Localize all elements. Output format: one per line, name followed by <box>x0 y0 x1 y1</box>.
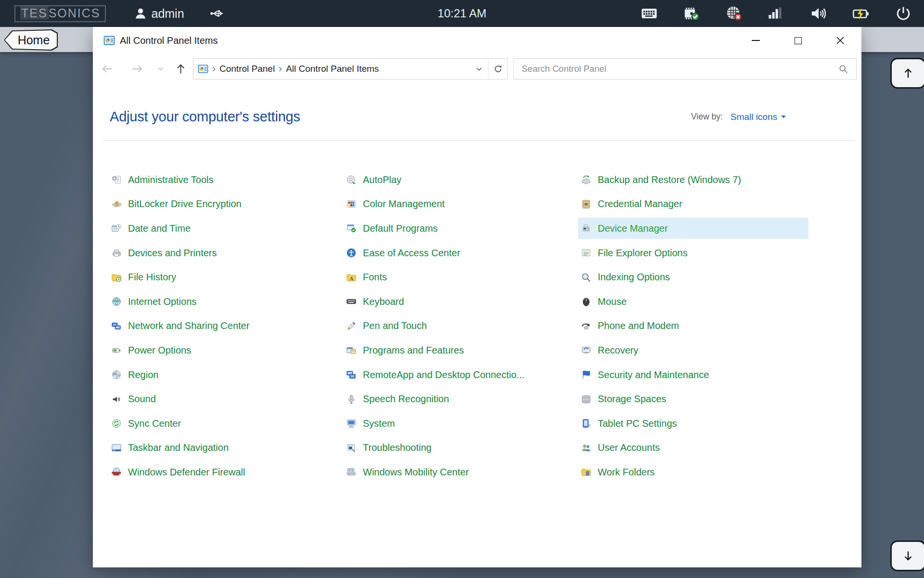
control-panel-item-bitlocker-drive-encryption[interactable]: BitLocker Drive Encryption <box>108 194 339 215</box>
globe-error-icon[interactable] <box>726 5 742 22</box>
search-input[interactable] <box>522 64 838 74</box>
control-panel-item-phone-and-modem[interactable]: Phone and Modem <box>578 315 808 337</box>
control-panel-item-default-programs[interactable]: Default Programs <box>343 218 574 239</box>
control-panel-item-power-options[interactable]: Power Options <box>108 340 339 361</box>
breadcrumb-chevron-icon[interactable] <box>211 66 217 72</box>
control-panel-item-label: BitLocker Drive Encryption <box>128 198 242 210</box>
control-panel-item-indexing-options[interactable]: Indexing Options <box>578 267 808 288</box>
control-panel-item-autoplay[interactable]: AutoPlay <box>343 169 574 190</box>
home-button[interactable]: Home <box>4 29 58 51</box>
control-panel-item-label: User Accounts <box>598 442 660 453</box>
fonts-icon: A <box>346 272 357 283</box>
address-bar[interactable]: Control Panel All Control Panel Items <box>193 58 508 79</box>
refresh-button[interactable] <box>488 59 507 79</box>
phone-modem-icon <box>581 321 591 331</box>
chevron-down-icon[interactable] <box>781 116 786 118</box>
control-panel-icon <box>103 35 115 46</box>
usb-icon[interactable] <box>209 6 225 21</box>
control-panel-item-network-and-sharing-center[interactable]: Network and Sharing Center <box>108 315 339 337</box>
control-panel-item-label: Region <box>128 369 158 381</box>
control-panel-item-tablet-pc-settings[interactable]: Tablet PC Settings <box>578 413 808 434</box>
recent-pages-chevron-icon[interactable] <box>156 65 165 73</box>
forward-button[interactable] <box>131 63 144 76</box>
keyboard-icon[interactable] <box>641 5 657 22</box>
control-panel-item-programs-and-features[interactable]: Programs and Features <box>343 340 574 361</box>
arrow-down-icon <box>901 549 915 563</box>
control-panel-item-keyboard[interactable]: Keyboard <box>343 291 574 312</box>
control-panel-item-recovery[interactable]: Recovery <box>578 340 808 361</box>
power-options-icon <box>111 345 122 355</box>
control-panel-item-label: Network and Sharing Center <box>128 320 249 331</box>
power-icon[interactable] <box>895 5 911 22</box>
window-titlebar[interactable]: All Control Panel Items <box>93 27 861 54</box>
internet-options-icon <box>111 296 122 307</box>
device-manager-icon <box>581 223 591 234</box>
control-panel-item-system[interactable]: System <box>343 413 574 434</box>
user-name: admin <box>151 7 184 21</box>
control-panel-item-fonts[interactable]: AFonts <box>343 267 574 288</box>
control-panel-item-work-folders[interactable]: Work Folders <box>578 461 808 483</box>
control-panel-item-label: Storage Spaces <box>598 394 666 405</box>
chip-ok-icon[interactable] <box>683 5 700 22</box>
ease-of-access-icon <box>346 248 357 258</box>
control-panel-item-label: Indexing Options <box>598 272 670 283</box>
control-panel-item-device-manager[interactable]: Device Manager <box>578 218 808 239</box>
control-panel-item-internet-options[interactable]: Internet Options <box>108 291 339 312</box>
control-panel-item-storage-spaces[interactable]: Storage Spaces <box>578 389 808 410</box>
control-panel-item-region[interactable]: Region <box>108 364 339 385</box>
scroll-down-button[interactable] <box>890 540 924 571</box>
backup-restore-icon <box>581 174 591 185</box>
storage-spaces-icon <box>581 394 591 405</box>
control-panel-item-label: Security and Maintenance <box>598 369 709 381</box>
control-panel-item-credential-manager[interactable]: Credential Manager <box>578 194 808 215</box>
address-dropdown-chevron-icon[interactable] <box>475 65 483 73</box>
control-panel-item-administrative-tools[interactable]: Administrative Tools <box>108 169 339 190</box>
user-menu[interactable]: admin <box>134 7 184 21</box>
admin-tools-icon <box>111 174 122 185</box>
up-button[interactable] <box>175 63 187 75</box>
search-box[interactable] <box>513 58 857 79</box>
control-panel-item-file-explorer-options[interactable]: File Explorer Options <box>578 242 808 263</box>
control-panel-item-label: Troubleshooting <box>363 442 432 453</box>
breadcrumb-chevron-icon[interactable] <box>277 66 283 72</box>
refresh-icon <box>493 64 503 74</box>
maximize-button[interactable] <box>777 27 819 54</box>
close-icon <box>835 36 845 45</box>
minimize-button[interactable] <box>734 27 777 54</box>
battery-charging-icon[interactable] <box>853 5 869 22</box>
breadcrumb-all-control-panel-items[interactable]: All Control Panel Items <box>286 64 379 74</box>
control-panel-item-ease-of-access-center[interactable]: Ease of Access Center <box>343 242 574 263</box>
control-panel-item-user-accounts[interactable]: User Accounts <box>578 437 808 459</box>
control-panel-item-label: Work Folders <box>598 467 655 478</box>
control-panel-item-backup-and-restore-windows-7[interactable]: Backup and Restore (Windows 7) <box>578 169 808 190</box>
control-panel-item-sync-center[interactable]: Sync Center <box>108 413 339 434</box>
close-button[interactable] <box>819 27 861 54</box>
control-panel-item-label: File Explorer Options <box>598 248 688 259</box>
control-panel-item-windows-mobility-center[interactable]: Windows Mobility Center <box>343 461 574 483</box>
sync-center-icon <box>111 418 122 429</box>
control-panel-item-pen-and-touch[interactable]: Pen and Touch <box>343 315 574 337</box>
control-panel-item-mouse[interactable]: Mouse <box>578 291 808 312</box>
search-icon[interactable] <box>838 64 848 74</box>
volume-icon[interactable] <box>810 5 827 22</box>
navigation-toolbar: Control Panel All Control Panel Items <box>93 54 861 84</box>
back-button[interactable] <box>101 63 114 76</box>
control-panel-item-windows-defender-firewall[interactable]: Windows Defender Firewall <box>108 461 339 483</box>
control-panel-item-security-and-maintenance[interactable]: Security and Maintenance <box>578 364 808 385</box>
control-panel-item-devices-and-printers[interactable]: Devices and Printers <box>108 242 339 263</box>
control-panel-item-color-management[interactable]: Color Management <box>343 194 574 215</box>
control-panel-item-speech-recognition[interactable]: Speech Recognition <box>343 389 574 410</box>
control-panel-item-sound[interactable]: Sound <box>108 389 339 410</box>
control-panel-item-troubleshooting[interactable]: Troubleshooting <box>343 437 574 459</box>
control-panel-item-file-history[interactable]: File History <box>108 267 339 288</box>
control-panel-item-date-and-time[interactable]: Date and Time <box>108 218 339 239</box>
bitlocker-icon <box>111 199 122 210</box>
signal-icon[interactable] <box>768 5 784 22</box>
control-panel-item-label: Default Programs <box>363 223 438 234</box>
breadcrumb-control-panel[interactable]: Control Panel <box>219 64 275 74</box>
scroll-up-button[interactable] <box>890 58 924 89</box>
view-by-value[interactable]: Small icons <box>731 112 777 122</box>
control-panel-item-taskbar-and-navigation[interactable]: Taskbar and Navigation <box>108 437 339 459</box>
control-panel-item-remoteapp-and-desktop-connectio[interactable]: RemoteApp and Desktop Connectio... <box>343 364 574 385</box>
control-panel-item-label: Windows Defender Firewall <box>128 467 245 478</box>
